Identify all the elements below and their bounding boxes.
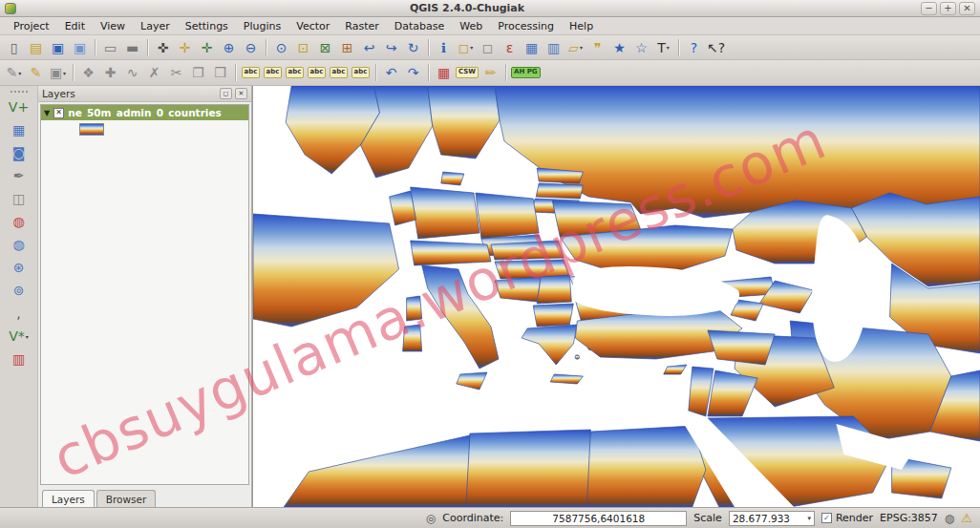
copy-features-button[interactable]: ❐ <box>187 62 209 83</box>
add-spatialite-layer-button[interactable]: ✒ <box>8 164 30 187</box>
new-bookmark-button[interactable]: ★ <box>608 37 630 58</box>
menu-item[interactable]: View <box>93 18 133 34</box>
add-wms-layer-button[interactable]: ◍ <box>8 233 30 256</box>
attribute-table-button[interactable]: ▦ <box>521 37 543 58</box>
menu-item[interactable]: Plugins <box>236 18 288 34</box>
plugin-ah-pg-button[interactable]: AH PG <box>510 62 542 83</box>
pan-map-button[interactable]: ✛ <box>174 37 196 58</box>
toolbar-button-icon: ◍ <box>12 215 24 228</box>
menu-item[interactable]: Processing <box>490 18 562 34</box>
redo-button[interactable]: ↷ <box>402 62 424 83</box>
zoom-to-selection-button[interactable]: ⊠ <box>314 37 336 58</box>
menu-item[interactable]: Layer <box>133 18 178 34</box>
maximize-button[interactable]: + <box>940 2 956 15</box>
toolbar-button-icon: ☆ <box>635 41 648 54</box>
minimize-button[interactable]: − <box>921 2 937 15</box>
zoom-next-button[interactable]: ↪ <box>380 37 402 58</box>
close-panel-icon[interactable]: ✕ <box>235 88 247 99</box>
add-vector-layer-button[interactable]: V+ <box>8 95 30 118</box>
float-panel-icon[interactable]: ◻ <box>220 88 232 99</box>
add-postgis-layer-button[interactable]: ◙ <box>8 141 30 164</box>
toolbar-button-icon: ★ <box>613 41 626 54</box>
add-raster-layer-button[interactable]: ▦ <box>8 118 30 141</box>
zoom-full-button[interactable]: ⊡ <box>292 37 314 58</box>
new-print-composer-button[interactable]: ▭ <box>99 37 121 58</box>
layer-row[interactable]: ▼ ✕ ne_50m_admin_0_countries <box>41 105 248 120</box>
menu-item[interactable]: Database <box>387 18 453 34</box>
style-manager-button[interactable]: ▦ <box>433 62 455 83</box>
layer-visibility-checkbox[interactable]: ✕ <box>53 108 64 118</box>
project-save-as-button[interactable]: ▣ <box>69 37 91 58</box>
show-bookmarks-button[interactable]: ☆ <box>630 37 652 58</box>
help-button[interactable]: ? <box>683 37 705 58</box>
identify-button[interactable]: ℹ <box>433 37 455 58</box>
zoom-in-button[interactable]: ⊕ <box>218 37 240 58</box>
save-layer-edits-button[interactable]: ▣▾ <box>47 62 69 83</box>
delete-selected-button[interactable]: ✗ <box>143 62 165 83</box>
zoom-native-button[interactable]: ⊙ <box>270 37 292 58</box>
messages-warning-icon[interactable]: ⚠ <box>961 512 972 524</box>
menu-item[interactable]: Settings <box>178 18 236 34</box>
label-properties-button[interactable]: abc <box>350 62 372 83</box>
menu-item[interactable]: Web <box>452 18 490 34</box>
expander-icon[interactable]: ▼ <box>44 109 50 117</box>
paste-features-button[interactable]: ❒ <box>209 62 231 83</box>
select-by-expression-button[interactable]: ε <box>499 37 521 58</box>
toggle-editing-button[interactable]: ✎ <box>25 62 47 83</box>
move-feature-button[interactable]: ✚ <box>99 62 121 83</box>
osm-edit-pencil-button[interactable]: ✏ <box>479 62 501 83</box>
zoom-last-button[interactable]: ↩ <box>358 37 380 58</box>
toolbar-button-icon: ✚ <box>105 66 117 79</box>
metasearch-csw-button[interactable]: CSW <box>455 62 479 83</box>
touch-zoom-pan-button[interactable]: ✜ <box>152 37 174 58</box>
add-oracle-layer-button[interactable]: ◍ <box>8 210 30 233</box>
label-show-hide-button[interactable]: abc <box>284 62 306 83</box>
coordinate-input[interactable]: 7587756,6401618 <box>510 511 687 526</box>
scale-combo[interactable]: 28.677.933 ▾ <box>729 511 815 526</box>
text-annotation-button[interactable]: T▾ <box>652 37 674 58</box>
crs-status-icon[interactable]: ◍ <box>945 513 954 524</box>
field-calculator-button[interactable]: ▥ <box>543 37 565 58</box>
whats-this-button[interactable]: ↖? <box>705 37 727 58</box>
remove-layer-button[interactable]: ▥ <box>8 348 30 370</box>
label-rotate-button[interactable]: abc <box>328 62 350 83</box>
layer-symbol-swatch[interactable] <box>79 123 104 136</box>
project-open-button[interactable]: ▤ <box>25 37 47 58</box>
menu-item[interactable]: Edit <box>57 18 93 34</box>
menu-item[interactable]: Project <box>6 18 57 34</box>
deselect-features-button[interactable]: ◻ <box>477 37 499 58</box>
render-checkbox[interactable]: ✓ <box>821 513 832 523</box>
add-wcs-layer-button[interactable]: ⊛ <box>8 256 30 279</box>
tab-browser[interactable]: Browser <box>96 490 157 507</box>
menu-item[interactable]: Help <box>562 18 601 34</box>
cut-features-button[interactable]: ✂ <box>165 62 187 83</box>
measure-button[interactable]: ▱▾ <box>565 37 586 58</box>
new-shapefile-layer-button[interactable]: V*▾ <box>8 325 30 348</box>
toolbar-handle[interactable] <box>11 91 28 93</box>
node-tool-button[interactable]: ∿ <box>121 62 143 83</box>
close-button[interactable]: ✕ <box>959 2 975 15</box>
map-refresh-button[interactable]: ↻ <box>402 37 424 58</box>
zoom-to-layer-button[interactable]: ⊞ <box>336 37 358 58</box>
project-new-button[interactable]: ▯ <box>3 37 25 58</box>
menu-item[interactable]: Raster <box>337 18 386 34</box>
map-canvas[interactable] <box>252 86 980 507</box>
add-wfs-layer-button[interactable]: ⊚ <box>8 279 30 302</box>
tab-layers[interactable]: Layers <box>42 490 95 507</box>
pan-to-selection-button[interactable]: ✛ <box>196 37 218 58</box>
label-pin-button[interactable]: abc <box>262 62 284 83</box>
undo-button[interactable]: ↶ <box>380 62 402 83</box>
current-edits-button[interactable]: ✎▾ <box>3 62 25 83</box>
project-save-button[interactable]: ▣ <box>47 37 69 58</box>
map-tips-button[interactable]: ❞ <box>586 37 608 58</box>
labeling-button[interactable]: abc <box>240 62 262 83</box>
composer-manager-button[interactable]: ▬ <box>121 37 143 58</box>
select-features-button[interactable]: ◻▾ <box>455 37 477 58</box>
label-move-button[interactable]: abc <box>306 62 328 83</box>
zoom-out-button[interactable]: ⊖ <box>240 37 262 58</box>
coordinate-icon[interactable]: ◎ <box>426 513 436 524</box>
add-feature-button[interactable]: ❖ <box>77 62 99 83</box>
add-mssql-layer-button[interactable]: ◫ <box>8 187 30 210</box>
menu-item[interactable]: Vector <box>288 18 337 34</box>
add-delimited-text-layer-button[interactable]: , <box>8 302 30 325</box>
